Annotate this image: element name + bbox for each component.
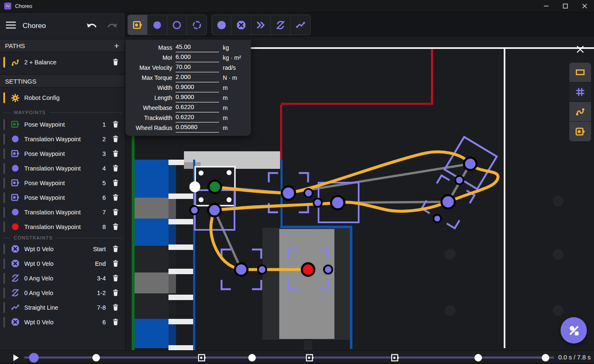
waypoint-layer-toggle[interactable] bbox=[569, 122, 591, 141]
waypoint-row[interactable]: Pose Waypoint 6 bbox=[0, 190, 125, 205]
empty-waypoint-tool[interactable] bbox=[167, 15, 187, 35]
timeline-pose-marker[interactable] bbox=[198, 354, 206, 362]
field-top-white-line bbox=[247, 47, 594, 49]
timeline-pose-marker[interactable] bbox=[306, 354, 314, 362]
trash-icon[interactable] bbox=[112, 58, 120, 66]
waypoint-row[interactable]: Translation Waypoint 2 bbox=[0, 132, 125, 146]
trash-icon[interactable] bbox=[112, 274, 120, 283]
timeline-track[interactable] bbox=[24, 356, 563, 359]
play-button[interactable] bbox=[12, 354, 20, 362]
waypoint-row[interactable]: Translation Waypoint 7 bbox=[0, 205, 125, 219]
waypoint-3-pose[interactable] bbox=[464, 158, 477, 170]
config-input[interactable]: 2.000 bbox=[176, 74, 219, 82]
config-input[interactable]: 45.00 bbox=[176, 43, 219, 52]
zero-velocity-constraint-tool[interactable] bbox=[232, 15, 251, 35]
stop-icon bbox=[10, 259, 20, 268]
marker-dot[interactable] bbox=[433, 215, 441, 222]
trash-icon[interactable] bbox=[112, 193, 120, 202]
trash-icon[interactable] bbox=[112, 208, 120, 216]
waypoint-7-translation[interactable] bbox=[235, 263, 247, 276]
trash-icon[interactable] bbox=[112, 303, 120, 312]
config-input[interactable]: 70.00 bbox=[176, 64, 219, 72]
pose-waypoint-tool[interactable] bbox=[128, 15, 148, 35]
row-label: Straight Line bbox=[24, 304, 97, 311]
titlebar: Choreo bbox=[0, 0, 594, 13]
config-row: Wheelbase 0.6220 m bbox=[125, 103, 251, 113]
trash-icon[interactable] bbox=[112, 289, 120, 297]
trash-icon[interactable] bbox=[112, 245, 120, 253]
add-path-button[interactable]: + bbox=[114, 41, 119, 50]
initial-guess-tool[interactable] bbox=[187, 15, 206, 35]
config-input[interactable]: 0.9000 bbox=[176, 84, 219, 92]
circle-dashed-icon bbox=[192, 20, 202, 30]
field-layer-toggle[interactable] bbox=[569, 63, 591, 82]
waypoint-5-pose[interactable] bbox=[331, 196, 344, 209]
waypoint-8-translation[interactable] bbox=[302, 263, 314, 276]
sidebar: Choreo PATHS + 2 + Balance SETTINGS Robo… bbox=[0, 13, 125, 350]
marker-dot[interactable] bbox=[324, 265, 332, 274]
trash-icon[interactable] bbox=[112, 223, 120, 231]
generate-path-button[interactable] bbox=[561, 317, 587, 344]
timeline-waypoint-marker[interactable] bbox=[474, 354, 482, 361]
marker-dot[interactable] bbox=[455, 176, 464, 184]
path-icon bbox=[575, 107, 585, 117]
timeline-waypoint-marker[interactable] bbox=[248, 354, 256, 361]
timeline-playhead[interactable] bbox=[29, 353, 39, 362]
config-input[interactable]: 0.05080 bbox=[176, 124, 219, 132]
trash-icon[interactable] bbox=[112, 135, 120, 143]
waypoint-4-translation[interactable] bbox=[441, 195, 455, 209]
marker-dot[interactable] bbox=[258, 265, 266, 274]
constraint-row[interactable]: Wpt 0 Velo Start bbox=[0, 242, 125, 256]
waypoint-2-translation[interactable] bbox=[282, 186, 295, 200]
path-item[interactable]: 2 + Balance bbox=[0, 52, 125, 72]
waypoint-1-pose[interactable] bbox=[209, 181, 221, 193]
close-panel-icon[interactable] bbox=[575, 44, 585, 54]
waypoint-row[interactable]: Translation Waypoint 4 bbox=[0, 161, 125, 176]
trash-icon[interactable] bbox=[112, 150, 120, 158]
marker-dot[interactable] bbox=[190, 206, 199, 214]
trash-icon[interactable] bbox=[112, 164, 120, 173]
close-button[interactable] bbox=[575, 0, 594, 13]
straight-line-constraint-tool[interactable] bbox=[291, 15, 310, 35]
waypoint-row[interactable]: Pose Waypoint 3 bbox=[0, 146, 125, 161]
row-meta: End bbox=[95, 260, 106, 267]
waypoint-row[interactable]: Translation Waypoint 8 bbox=[0, 219, 125, 234]
settings-item-robot-config[interactable]: Robot Config bbox=[0, 88, 125, 108]
zero-angular-velocity-constraint-tool[interactable] bbox=[271, 15, 291, 35]
row-meta: Start bbox=[93, 246, 106, 252]
heading-handle[interactable] bbox=[189, 181, 200, 192]
config-input[interactable]: 6.000 bbox=[176, 53, 219, 62]
waypoint-row[interactable]: Pose Waypoint 5 bbox=[0, 176, 125, 190]
constraint-row[interactable]: 0 Ang Velo 3-4 bbox=[0, 271, 125, 285]
constraint-row[interactable]: Wpt 0 Velo 6 bbox=[0, 315, 125, 329]
redo-button[interactable] bbox=[105, 20, 119, 31]
undo-button[interactable] bbox=[85, 20, 99, 31]
constraint-row[interactable]: Straight Line 7-8 bbox=[0, 300, 125, 315]
path-layer-toggle[interactable] bbox=[569, 102, 591, 122]
maximize-button[interactable] bbox=[556, 0, 575, 13]
grid-layer-toggle[interactable] bbox=[569, 82, 591, 102]
heading-constraint-tool[interactable] bbox=[212, 15, 232, 35]
timeline-pose-marker[interactable] bbox=[391, 354, 399, 362]
config-input[interactable]: 0.6220 bbox=[176, 104, 219, 112]
waypoint-row[interactable]: Pose Waypoint 1 bbox=[0, 117, 125, 132]
translation-waypoint-tool[interactable] bbox=[148, 15, 167, 35]
minimize-button[interactable] bbox=[536, 0, 556, 13]
row-label: Pose Waypoint bbox=[24, 194, 102, 201]
timeline-waypoint-marker[interactable] bbox=[92, 354, 100, 361]
config-input[interactable]: 0.6220 bbox=[176, 114, 219, 122]
constraint-row[interactable]: 0 Ang Velo 1-2 bbox=[0, 285, 125, 300]
hamburger-menu-icon[interactable] bbox=[6, 21, 16, 31]
trash-icon[interactable] bbox=[112, 318, 120, 326]
trash-icon[interactable] bbox=[112, 179, 120, 187]
marker-dot[interactable] bbox=[304, 189, 313, 197]
timeline-waypoint-marker[interactable] bbox=[542, 354, 549, 361]
trash-icon[interactable] bbox=[112, 120, 120, 129]
constraint-row[interactable]: Wpt 0 Velo End bbox=[0, 256, 125, 271]
config-input[interactable]: 0.9000 bbox=[176, 94, 219, 102]
max-velocity-constraint-tool[interactable] bbox=[251, 15, 271, 35]
marker-dot[interactable] bbox=[314, 199, 322, 207]
waypoint-6-pose[interactable] bbox=[208, 204, 221, 216]
row-label: Translation Waypoint bbox=[24, 136, 102, 143]
trash-icon[interactable] bbox=[112, 260, 120, 268]
